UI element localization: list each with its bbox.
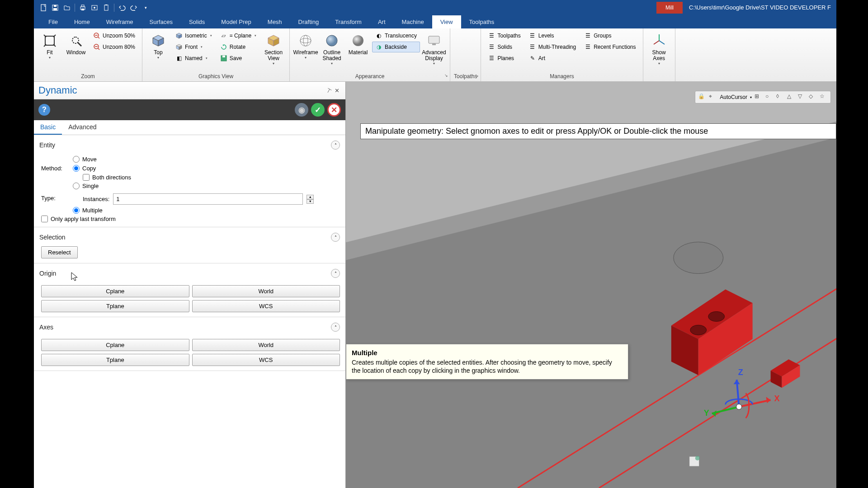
mgr-groups-button[interactable]: ☰Groups xyxy=(581,30,639,41)
mgr-toolpaths-button[interactable]: ☰Toolpaths xyxy=(485,30,524,41)
tab-modelprep[interactable]: Model Prep xyxy=(213,15,259,28)
tab-mesh[interactable]: Mesh xyxy=(259,15,290,28)
tab-view[interactable]: View xyxy=(432,15,461,28)
rotate-button[interactable]: Rotate xyxy=(217,42,259,52)
group-label-toolpaths: Toolpaths↘ xyxy=(454,72,477,80)
instances-input[interactable] xyxy=(113,193,303,205)
instances-down[interactable]: ▼ xyxy=(307,199,314,204)
mgr-solids-button[interactable]: ☰Solids xyxy=(485,42,524,52)
snap-icon[interactable]: ▽ xyxy=(798,93,806,101)
mgr-art-button[interactable]: ✎Art xyxy=(526,53,579,64)
fit-button[interactable]: Fit▾ xyxy=(38,30,62,62)
redo-icon[interactable] xyxy=(129,3,139,13)
lock-icon[interactable]: 🔒 xyxy=(698,93,706,101)
zoom-out-icon xyxy=(93,32,100,39)
snap-icon[interactable]: ○ xyxy=(765,93,774,101)
backside-button[interactable]: ◑Backside xyxy=(372,42,420,52)
apply-button[interactable]: ◉ xyxy=(295,103,308,117)
advanced-display-button[interactable]: Advanced Display▾ xyxy=(422,30,446,68)
show-axes-button[interactable]: Show Axes▾ xyxy=(647,30,671,68)
new-icon[interactable] xyxy=(38,3,48,13)
cplane-view-button[interactable]: ▱= Cplane▾ xyxy=(217,30,259,41)
axes-world-button[interactable]: World xyxy=(192,339,340,351)
selection-section-header[interactable]: Selection ˄ xyxy=(39,231,340,244)
section-view-button[interactable]: Section View▾ xyxy=(261,30,286,68)
open-icon[interactable] xyxy=(62,3,72,13)
help-button[interactable]: ? xyxy=(38,104,50,116)
list-icon: ☰ xyxy=(529,32,536,39)
cursor-icon[interactable]: ⌖ xyxy=(709,93,717,101)
print-icon[interactable] xyxy=(78,3,88,13)
list-icon: ☰ xyxy=(488,43,495,51)
mgr-levels-button[interactable]: ☰Levels xyxy=(526,30,579,41)
graphics-viewport[interactable]: X Y Z xyxy=(346,82,836,488)
instances-up[interactable]: ▲ xyxy=(307,195,314,199)
tab-drafting[interactable]: Drafting xyxy=(290,15,327,28)
tab-wireframe[interactable]: Wireframe xyxy=(98,15,142,28)
pin-icon[interactable]: ⊤ xyxy=(325,86,333,94)
method-copy-radio[interactable]: Copy xyxy=(73,165,131,172)
outline-shaded-button[interactable]: Outline Shaded▾ xyxy=(320,30,344,68)
tab-file[interactable]: File xyxy=(40,15,66,28)
both-directions-checkbox[interactable]: Both directions xyxy=(83,174,131,181)
group-label-appearance: Appearance↘ xyxy=(293,72,446,80)
axes-cplane-button[interactable]: Cplane xyxy=(41,339,189,351)
snap-icon[interactable]: ⊞ xyxy=(755,93,763,101)
snap-icon[interactable]: ◊ xyxy=(776,93,784,101)
cancel-button[interactable]: ✕ xyxy=(327,103,341,117)
tab-machine[interactable]: Machine xyxy=(394,15,432,28)
unzoom-80-button[interactable]: Unzoom 80% xyxy=(90,42,138,52)
material-button[interactable]: Material xyxy=(346,30,370,58)
close-icon[interactable]: ✕ xyxy=(333,86,341,94)
origin-cplane-button[interactable]: Cplane xyxy=(41,285,189,297)
undo-icon[interactable] xyxy=(117,3,127,13)
tab-home[interactable]: Home xyxy=(66,15,98,28)
tab-surfaces[interactable]: Surfaces xyxy=(142,15,181,28)
method-move-radio[interactable]: Move xyxy=(73,156,131,163)
tab-solids[interactable]: Solids xyxy=(181,15,213,28)
screenshot-icon[interactable] xyxy=(90,3,99,13)
clipboard-icon[interactable] xyxy=(101,3,111,13)
save-icon[interactable] xyxy=(50,3,60,13)
origin-world-button[interactable]: World xyxy=(192,285,340,297)
tab-toolpaths[interactable]: Toolpaths xyxy=(461,15,503,28)
snap-icon[interactable]: △ xyxy=(787,93,795,101)
only-last-checkbox[interactable]: Only apply last transform xyxy=(41,216,340,222)
shaded-sphere-icon xyxy=(324,33,340,49)
origin-wcs-button[interactable]: WCS xyxy=(192,300,340,312)
axes-wcs-button[interactable]: WCS xyxy=(192,354,340,366)
entity-section-header[interactable]: Entity ˄ xyxy=(39,139,340,151)
wireframe-shade-button[interactable]: Wireframe▾ xyxy=(293,30,318,62)
save-view-button[interactable]: Save xyxy=(217,53,259,64)
qat-customize-icon[interactable]: ▾ xyxy=(141,3,151,13)
mgr-multithreading-button[interactable]: ☰Multi-Threading xyxy=(526,42,579,52)
translucency-button[interactable]: ◐Translucency xyxy=(372,30,420,41)
group-label-managers: Managers xyxy=(485,72,639,80)
named-button[interactable]: ◧Named▾ xyxy=(172,53,215,64)
unzoom-50-button[interactable]: Unzoom 50% xyxy=(90,30,138,41)
launcher-icon[interactable]: ↘ xyxy=(475,73,479,78)
autocursor-label[interactable]: AutoCursor xyxy=(720,94,747,100)
origin-tplane-button[interactable]: Tplane xyxy=(41,300,189,312)
axes-tplane-button[interactable]: Tplane xyxy=(41,354,189,366)
tab-art[interactable]: Art xyxy=(370,15,394,28)
basic-tab[interactable]: Basic xyxy=(34,120,62,135)
reselect-button[interactable]: Reselect xyxy=(41,246,78,258)
launcher-icon[interactable]: ↘ xyxy=(444,73,448,78)
type-single-radio[interactable]: Single xyxy=(73,183,340,189)
section-icon xyxy=(265,33,282,49)
type-multiple-radio[interactable]: Multiple xyxy=(73,207,340,214)
ok-button[interactable]: ✓ xyxy=(311,103,325,117)
front-button[interactable]: Front▾ xyxy=(172,42,215,52)
origin-section-header[interactable]: Origin ˄ xyxy=(39,267,340,280)
mgr-planes-button[interactable]: ☰Planes xyxy=(485,53,524,64)
top-view-button[interactable]: Top▾ xyxy=(146,30,170,62)
mgr-recent-button[interactable]: ☰Recent Functions xyxy=(581,42,639,52)
tab-transform[interactable]: Transform xyxy=(327,15,370,28)
advanced-tab[interactable]: Advanced xyxy=(62,120,103,135)
snap-icon[interactable]: ◇ xyxy=(809,93,817,101)
axes-section-header[interactable]: Axes ˄ xyxy=(39,321,340,333)
window-button[interactable]: Window xyxy=(64,30,88,58)
isometric-button[interactable]: Isometric▾ xyxy=(172,30,215,41)
snap-icon[interactable]: ☆ xyxy=(820,93,828,101)
